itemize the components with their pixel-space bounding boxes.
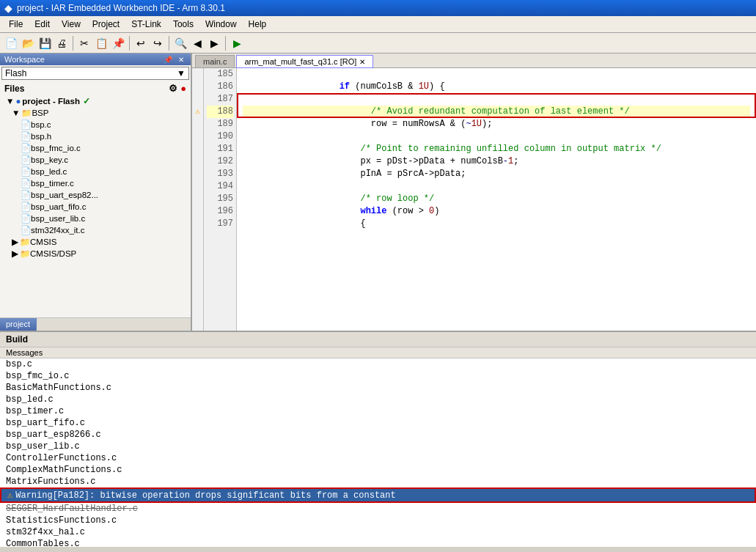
menu-item-tools[interactable]: Tools: [167, 18, 199, 31]
root-expand-icon: ▼: [6, 97, 14, 106]
build-item-warning[interactable]: ⚠ Warning[Pa182]: bitwise operation drop…: [0, 487, 756, 503]
workspace-bottom-tab-row: project: [0, 317, 191, 331]
workspace-dropdown-arrow: ▼: [177, 68, 186, 78]
tree-file-bsp-h[interactable]: 📄 bsp.h: [0, 130, 191, 142]
workspace-dropdown-value: Flash: [5, 68, 26, 78]
print-button[interactable]: 🖨: [54, 35, 70, 51]
file-icon-bsp-uart-fifo: 📄: [21, 202, 31, 212]
build-item-segger[interactable]: SEGGER_HardFaultHandler.c: [0, 503, 756, 515]
save-button[interactable]: 💾: [37, 35, 53, 51]
build-item-basic-math[interactable]: BasicMathFunctions.c: [0, 382, 756, 394]
search-button[interactable]: 🔍: [172, 35, 188, 51]
tree-file-bsp-timer[interactable]: 📄 bsp_timer.c: [0, 177, 191, 189]
build-button[interactable]: ▶: [229, 35, 245, 51]
open-button[interactable]: 📂: [20, 35, 36, 51]
tree-folder-cmsis-dsp[interactable]: ▶ 📁 CMSIS/DSP: [0, 248, 191, 260]
copy-button[interactable]: 📋: [93, 35, 109, 51]
toolbar-sep-2: [129, 36, 130, 51]
redo-button[interactable]: ↪: [150, 35, 166, 51]
code-line-185: if (numColsB & 1U) {: [243, 68, 750, 81]
file-tree: ▼ ● project - Flash ✓ ▼ 📁 BSP 📄 bsp.c: [0, 95, 191, 317]
build-item-bsp-uart-esp[interactable]: bsp_uart_esp8266.c: [0, 429, 756, 441]
gutter: ⚠: [192, 68, 204, 331]
file-label-stm32: stm32f4xx_it.c: [31, 226, 85, 235]
build-panel: Build Messages bsp.c bsp_fmc_io.c BasicM…: [0, 331, 756, 547]
build-item-matrix[interactable]: MatrixFunctions.c: [0, 476, 756, 487]
code-line-187: /* Avoid redundant computation of last e…: [243, 93, 750, 106]
tree-root[interactable]: ▼ ● project - Flash ✓: [0, 95, 191, 107]
gutter-197: [192, 218, 203, 230]
files-label: Files: [4, 84, 24, 94]
code-editor[interactable]: ⚠ 185 186 187: [192, 68, 756, 331]
tree-file-bsp-fmc[interactable]: 📄 bsp_fmc_io.c: [0, 142, 191, 154]
build-item-bsp-fmc[interactable]: bsp_fmc_io.c: [0, 370, 756, 382]
file-label-bsp-key: bsp_key.c: [31, 155, 68, 164]
editor-area: main.c arm_mat_mult_fast_q31.c [RO] ✕ ⚠: [192, 54, 756, 331]
tree-file-bsp-c[interactable]: 📄 bsp.c: [0, 119, 191, 130]
files-header: Files ⚙ ●: [0, 81, 191, 95]
menu-item-help[interactable]: Help: [243, 18, 273, 31]
undo-button[interactable]: ↩: [133, 35, 149, 51]
tree-folder-cmsis[interactable]: ▶ 📁 CMSIS: [0, 236, 191, 248]
file-icon-bsp-uart-esp: 📄: [21, 190, 31, 200]
toolbar-sep-4: [225, 36, 226, 51]
file-label-bsp-timer: bsp_timer.c: [31, 179, 74, 188]
build-item-statistics[interactable]: StatisticsFunctions.c: [0, 515, 756, 526]
build-item-common-tables[interactable]: CommonTables.c: [0, 538, 756, 547]
linenum-191: 191: [207, 143, 233, 155]
tree-file-bsp-user[interactable]: 📄 bsp_user_lib.c: [0, 213, 191, 224]
tab-arm-mat[interactable]: arm_mat_mult_fast_q31.c [RO] ✕: [236, 55, 373, 68]
file-label-bsp-h: bsp.h: [31, 132, 51, 141]
workspace-panel: Workspace 📌 ✕ Flash ▼ Files ⚙ ●: [0, 54, 192, 331]
file-label-bsp-c: bsp.c: [31, 120, 51, 129]
build-item-bsp-led[interactable]: bsp_led.c: [0, 394, 756, 405]
build-header: Build: [0, 332, 756, 347]
project-tab[interactable]: project: [0, 318, 37, 331]
linenum-188: 188: [207, 106, 233, 118]
linenum-189: 189: [207, 118, 233, 130]
tree-file-bsp-led[interactable]: 📄 bsp_led.c: [0, 166, 191, 177]
menu-item-window[interactable]: Window: [199, 18, 243, 31]
workspace-dropdown[interactable]: Flash ▼: [1, 67, 189, 80]
paste-button[interactable]: 📌: [110, 35, 126, 51]
build-item-stm32-hal[interactable]: stm32f4xx_hal.c: [0, 526, 756, 538]
tree-file-bsp-uart-fifo[interactable]: 📄 bsp_uart_fifo.c: [0, 201, 191, 213]
settings-icon[interactable]: ⚙: [169, 83, 177, 94]
menu-item-edit[interactable]: Edit: [29, 18, 56, 31]
cut-button[interactable]: ✂: [76, 35, 92, 51]
build-item-bsp-c[interactable]: bsp.c: [0, 358, 756, 370]
file-icon-bsp-h: 📄: [21, 131, 31, 141]
menu-item-project[interactable]: Project: [87, 18, 125, 31]
build-item-bsp-timer[interactable]: bsp_timer.c: [0, 405, 756, 417]
forward-button[interactable]: ▶: [206, 35, 222, 51]
gutter-196: [192, 205, 203, 218]
new-button[interactable]: 📄: [3, 35, 19, 51]
linenum-195: 195: [207, 193, 233, 205]
menu-item-st-link[interactable]: ST-Link: [125, 18, 167, 31]
tab-main-c-label: main.c: [203, 57, 227, 66]
menu-item-file[interactable]: File: [3, 18, 29, 31]
linenum-190: 190: [207, 130, 233, 143]
tree-file-stm32[interactable]: 📄 stm32f4xx_it.c: [0, 224, 191, 236]
workspace-pin-button[interactable]: 📌: [161, 56, 175, 64]
tree-file-bsp-key[interactable]: 📄 bsp_key.c: [0, 154, 191, 166]
build-item-bsp-user[interactable]: bsp_user_lib.c: [0, 441, 756, 452]
back-button[interactable]: ◀: [189, 35, 205, 51]
tab-main-c[interactable]: main.c: [195, 55, 235, 67]
build-item-controller[interactable]: ControllerFunctions.c: [0, 452, 756, 464]
folder-label-cmsis-dsp: CMSIS/DSP: [30, 249, 76, 258]
build-item-bsp-uart-fifo[interactable]: bsp_uart_fifo.c: [0, 417, 756, 429]
linenum-197: 197: [207, 218, 233, 230]
menu-item-view[interactable]: View: [56, 18, 87, 31]
tree-folder-bsp[interactable]: ▼ 📁 BSP: [0, 107, 191, 119]
tab-close-button[interactable]: ✕: [359, 58, 365, 66]
gutter-185: [192, 68, 203, 81]
workspace-close-button[interactable]: ✕: [176, 56, 186, 64]
linenum-193: 193: [207, 168, 233, 180]
workspace-header: Workspace 📌 ✕: [0, 54, 191, 65]
build-item-complex[interactable]: ComplexMathFunctions.c: [0, 464, 756, 476]
folder-label-cmsis: CMSIS: [30, 238, 56, 246]
code-line-190: /* Point to remaining unfilled column in…: [243, 130, 750, 143]
code-lines: if (numColsB & 1U) { /* Avoid redundant …: [237, 68, 756, 331]
tree-file-bsp-uart-esp[interactable]: 📄 bsp_uart_esp82...: [0, 189, 191, 201]
